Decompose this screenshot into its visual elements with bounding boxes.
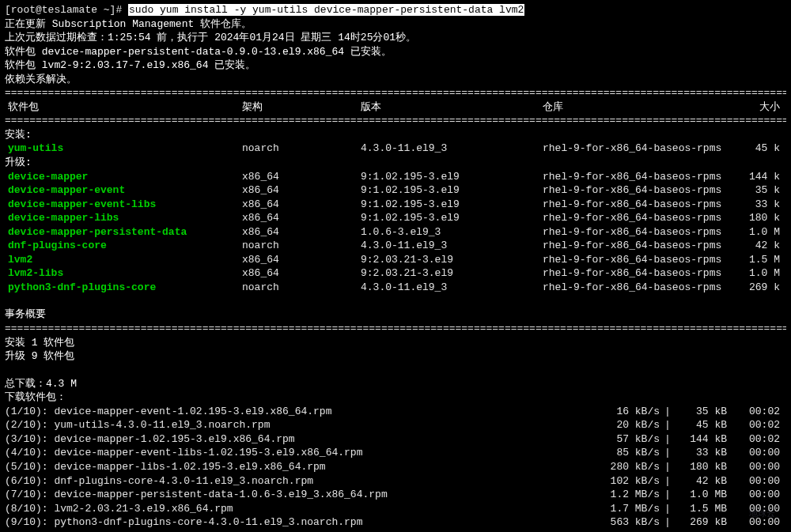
package-arch: x86_64 bbox=[242, 253, 361, 267]
download-file: (6/10): dnf-plugins-core-4.3.0-11.el9_3.… bbox=[5, 474, 589, 489]
download-row: (3/10): device-mapper-1.02.195-3.el9.x86… bbox=[5, 432, 786, 447]
transaction-summary-label: 事务概要 bbox=[5, 308, 786, 322]
package-repo: rhel-9-for-x86_64-baseos-rpms bbox=[543, 141, 725, 156]
download-size: 42 kB bbox=[676, 474, 727, 489]
download-row: (7/10): device-mapper-persistent-data-1.… bbox=[5, 488, 786, 502]
package-arch: x86_64 bbox=[242, 183, 361, 198]
download-row: (6/10): dnf-plugins-core-4.3.0-11.el9_3.… bbox=[5, 474, 786, 489]
divider-line: ========================================… bbox=[5, 322, 786, 336]
package-version: 9:1.02.195-3.el9 bbox=[361, 198, 543, 212]
download-speed: 57 kB/s bbox=[589, 432, 660, 447]
separator: | bbox=[660, 502, 676, 516]
package-name: lvm2-libs bbox=[5, 266, 242, 281]
package-version: 4.3.0-11.el9_3 bbox=[361, 239, 543, 253]
package-name: device-mapper-libs bbox=[5, 211, 242, 225]
package-repo: rhel-9-for-x86_64-baseos-rpms bbox=[543, 225, 725, 240]
download-time: 00:00 bbox=[727, 488, 786, 502]
package-repo: rhel-9-for-x86_64-baseos-rpms bbox=[543, 253, 725, 267]
output-line: 上次元数据过期检查：1:25:54 前，执行于 2024年01月24日 星期三 … bbox=[5, 31, 786, 45]
package-name: python3-dnf-plugins-core bbox=[5, 281, 242, 295]
package-row: device-mapper-libsx86_649:1.02.195-3.el9… bbox=[5, 211, 786, 225]
package-size: 1.0 M bbox=[725, 266, 780, 281]
download-time: 00:02 bbox=[727, 405, 786, 419]
package-arch: x86_64 bbox=[242, 170, 361, 184]
separator: | bbox=[660, 446, 676, 460]
package-name: device-mapper-event-libs bbox=[5, 198, 242, 212]
download-packages-label: 下载软件包： bbox=[5, 391, 786, 405]
package-version: 9:1.02.195-3.el9 bbox=[361, 183, 543, 198]
download-time: 00:00 bbox=[727, 460, 786, 474]
total-download: 总下载：4.3 M bbox=[5, 377, 786, 391]
download-row: (9/10): python3-dnf-plugins-core-4.3.0-1… bbox=[5, 515, 786, 530]
download-time: 00:00 bbox=[727, 502, 786, 516]
package-row: device-mapper-event-libsx86_649:1.02.195… bbox=[5, 198, 786, 212]
package-name: dnf-plugins-core bbox=[5, 239, 242, 253]
package-arch: x86_64 bbox=[242, 198, 361, 212]
separator: | bbox=[660, 405, 676, 419]
download-row: (4/10): device-mapper-event-libs-1.02.19… bbox=[5, 446, 786, 460]
package-arch: x86_64 bbox=[242, 266, 361, 281]
package-repo: rhel-9-for-x86_64-baseos-rpms bbox=[543, 281, 725, 295]
package-size: 35 k bbox=[725, 183, 780, 198]
download-time: 00:00 bbox=[727, 446, 786, 460]
package-repo: rhel-9-for-x86_64-baseos-rpms bbox=[543, 211, 725, 225]
summary-line: 升级 9 软件包 bbox=[5, 349, 786, 364]
package-version: 9:2.03.21-3.el9 bbox=[361, 253, 543, 267]
install-section-label: 安装: bbox=[5, 128, 786, 142]
hdr-arch: 架构 bbox=[242, 100, 361, 115]
shell-prompt: [root@teslamate ~]# bbox=[5, 4, 128, 16]
package-version: 4.3.0-11.el9_3 bbox=[361, 281, 543, 295]
hdr-size: 大小 bbox=[725, 100, 780, 115]
separator: | bbox=[660, 432, 676, 447]
download-size: 1.0 MB bbox=[676, 488, 727, 502]
output-line: 依赖关系解决。 bbox=[5, 73, 786, 87]
package-row: python3-dnf-plugins-corenoarch4.3.0-11.e… bbox=[5, 281, 786, 295]
package-repo: rhel-9-for-x86_64-baseos-rpms bbox=[543, 266, 725, 281]
output-line: 正在更新 Subscription Management 软件仓库。 bbox=[5, 17, 786, 32]
download-size: 1.5 MB bbox=[676, 502, 727, 516]
package-arch: noarch bbox=[242, 281, 361, 295]
download-size: 35 kB bbox=[676, 405, 727, 419]
hdr-package: 软件包 bbox=[5, 100, 242, 115]
package-arch: noarch bbox=[242, 141, 361, 156]
package-row: device-mapper-eventx86_649:1.02.195-3.el… bbox=[5, 183, 786, 198]
download-row: (5/10): device-mapper-libs-1.02.195-3.el… bbox=[5, 460, 786, 474]
package-version: 9:1.02.195-3.el9 bbox=[361, 211, 543, 225]
package-row: yum-utilsnoarch4.3.0-11.el9_3rhel-9-for-… bbox=[5, 141, 786, 156]
separator: | bbox=[660, 474, 676, 489]
separator: | bbox=[660, 488, 676, 502]
upgrade-section-label: 升级: bbox=[5, 156, 786, 170]
download-time: 00:02 bbox=[727, 432, 786, 447]
shell-command: sudo yum install -y yum-utils device-map… bbox=[128, 4, 524, 16]
package-arch: x86_64 bbox=[242, 225, 361, 240]
package-size: 269 k bbox=[725, 281, 780, 295]
package-row: lvm2-libsx86_649:2.03.21-3.el9rhel-9-for… bbox=[5, 266, 786, 281]
package-repo: rhel-9-for-x86_64-baseos-rpms bbox=[543, 170, 725, 184]
download-speed: 280 kB/s bbox=[589, 460, 660, 474]
package-version: 1.0.6-3.el9_3 bbox=[361, 225, 543, 240]
divider-line: ========================================… bbox=[5, 86, 786, 100]
summary-line: 安装 1 软件包 bbox=[5, 336, 786, 350]
package-name: device-mapper bbox=[5, 170, 242, 184]
output-line: 软件包 lvm2-9:2.03.17-7.el9.x86_64 已安装。 bbox=[5, 58, 786, 73]
download-row: (1/10): device-mapper-event-1.02.195-3.e… bbox=[5, 405, 786, 419]
separator: | bbox=[660, 418, 676, 432]
download-size: 45 kB bbox=[676, 418, 727, 432]
package-size: 1.5 M bbox=[725, 253, 780, 267]
output-line: 软件包 device-mapper-persistent-data-0.9.0-… bbox=[5, 45, 786, 59]
package-size: 33 k bbox=[725, 198, 780, 212]
package-name: device-mapper-event bbox=[5, 183, 242, 198]
download-file: (3/10): device-mapper-1.02.195-3.el9.x86… bbox=[5, 432, 589, 447]
download-speed: 1.7 MB/s bbox=[589, 502, 660, 516]
package-version: 4.3.0-11.el9_3 bbox=[361, 141, 543, 156]
download-time: 00:02 bbox=[727, 418, 786, 432]
package-arch: x86_64 bbox=[242, 211, 361, 225]
separator: | bbox=[660, 515, 676, 530]
download-speed: 1.2 MB/s bbox=[589, 488, 660, 502]
download-speed: 563 kB/s bbox=[589, 515, 660, 530]
download-size: 144 kB bbox=[676, 432, 727, 447]
package-name: yum-utils bbox=[5, 141, 242, 156]
download-size: 180 kB bbox=[676, 460, 727, 474]
package-row: lvm2x86_649:2.03.21-3.el9rhel-9-for-x86_… bbox=[5, 253, 786, 267]
package-version: 9:1.02.195-3.el9 bbox=[361, 170, 543, 184]
